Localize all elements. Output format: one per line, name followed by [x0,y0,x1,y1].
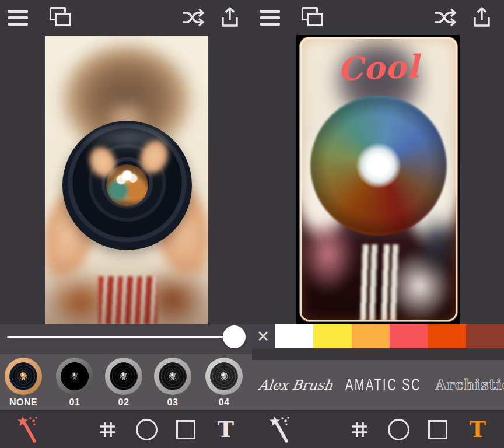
panel-filters-view: NONE 01 02 03 04 [0,0,252,448]
grid-glyph [350,419,370,439]
filter-thumbnail [56,358,93,395]
magic-wand-icon[interactable] [13,414,41,444]
shuffle-icon[interactable] [433,8,456,27]
panel-text-view: Cool ✕ Alex Brush AMATIC SC Archistico [252,0,504,448]
grid-icon[interactable] [346,414,374,444]
font-option-alex-brush[interactable]: Alex Brush [252,360,343,410]
font-option-archistico[interactable]: Archistico [427,360,504,410]
menu-bar [8,16,28,19]
close-icon[interactable]: ✕ [253,326,273,347]
filter-option-02[interactable]: 02 [100,354,147,410]
photo-canvas-background: Cool [296,35,460,324]
layers-front-rect [55,13,71,26]
shuffle-icon[interactable] [181,8,204,27]
rectangle-tool-icon[interactable] [424,414,452,444]
photo-editor-app: NONE 01 02 03 04 [0,0,504,448]
menu-bar [8,23,28,26]
font-strip: Alex Brush AMATIC SC Archistico [252,360,504,410]
filter-strip: NONE 01 02 03 04 [0,354,252,410]
text-tool-icon[interactable]: T [212,414,240,444]
filter-option-none[interactable]: NONE [0,354,47,410]
square-glyph [176,420,195,439]
photo-canvas-original[interactable] [45,36,208,324]
slider-handle[interactable] [223,326,246,348]
photo-layer-lens-reflection [356,144,401,188]
filter-thumbnail [5,358,42,395]
menu-icon[interactable] [260,10,280,26]
grid-glyph [98,419,118,439]
bottom-toolbar: T [0,410,252,448]
color-swatch-yellow[interactable] [313,324,351,348]
filter-label: 04 [201,397,247,408]
layers-icon[interactable] [50,7,71,28]
grid-icon[interactable] [94,414,122,444]
menu-bar [260,10,280,13]
color-swatch-coral[interactable] [390,324,428,348]
square-glyph [428,420,447,439]
color-swatch-white[interactable] [275,324,313,348]
adjustments-icon[interactable] [54,414,82,444]
color-palette-band: ✕ [252,324,504,348]
magic-wand-icon[interactable] [265,414,293,444]
circle-glyph [136,419,158,440]
toggles-glyph [310,420,329,439]
wand-glyph [17,415,38,443]
layers-front-rect [307,13,323,26]
bottom-toolbar: T [252,410,504,448]
layers-icon[interactable] [302,7,323,28]
menu-bar [8,10,28,13]
color-swatch-orange-red[interactable] [428,324,466,348]
toggles-glyph [58,420,77,439]
filter-label: NONE [0,397,47,408]
shuffle-glyph [181,8,204,27]
ellipse-tool-icon[interactable] [384,414,412,444]
filter-thumbnail [154,358,191,395]
menu-bar [260,23,280,26]
filter-option-04[interactable]: 04 [201,354,247,410]
color-swatches [275,324,504,348]
filter-label: 01 [51,397,98,408]
rectangle-tool-icon[interactable] [172,414,200,444]
color-swatch-orange[interactable] [352,324,390,348]
share-glyph [220,6,240,29]
share-glyph [472,6,492,29]
filter-option-03[interactable]: 03 [149,354,196,410]
slider-band [0,324,252,354]
wand-glyph [269,415,290,443]
photo-text-overlay[interactable]: Cool [299,46,458,89]
text-tool-icon[interactable]: T [464,414,492,444]
text-tool-glyph: T [470,416,486,442]
adjustments-icon[interactable] [306,414,334,444]
photo-layer-vignette [45,36,208,324]
filter-label: 02 [100,397,147,408]
menu-icon[interactable] [8,10,28,26]
share-icon[interactable] [472,6,492,29]
menu-bar [260,16,280,19]
color-swatch-brown[interactable] [466,324,504,348]
filter-thumbnail [105,358,142,395]
filter-thumbnail [205,358,243,395]
filter-option-01[interactable]: 01 [51,354,98,410]
shuffle-glyph [433,8,456,27]
filter-intensity-slider[interactable] [7,336,235,338]
ellipse-tool-icon[interactable] [132,414,160,444]
text-tool-glyph: T [218,416,234,442]
filter-label: 03 [149,397,196,408]
circle-glyph [388,419,410,440]
share-icon[interactable] [220,6,240,29]
photo-canvas-filtered[interactable]: Cool [299,37,458,322]
photo-layer-shadow [410,202,458,288]
